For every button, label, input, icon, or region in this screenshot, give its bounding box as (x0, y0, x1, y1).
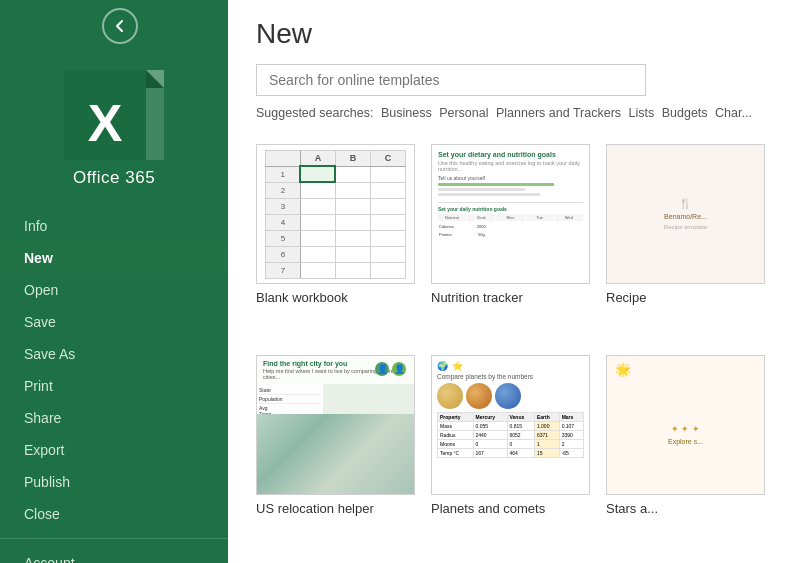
template-label-planets: Planets and comets (431, 501, 590, 518)
search-input[interactable] (256, 64, 646, 96)
template-thumb-planets: 🌍 ⭐ Compare planets by the numbers Prope… (431, 355, 590, 495)
sidebar-item-save[interactable]: Save (0, 306, 228, 338)
templates-grid: A B C 1 2 (228, 130, 793, 563)
search-tag-personal[interactable]: Personal (439, 106, 488, 120)
suggested-label: Suggested searches: (256, 106, 373, 120)
template-label-nutrition: Nutrition tracker (431, 290, 590, 307)
excel-logo: X (64, 70, 164, 160)
back-button[interactable] (102, 8, 138, 44)
search-tag-char[interactable]: Char... (715, 106, 752, 120)
sidebar-item-account[interactable]: Account (0, 547, 228, 563)
sidebar-item-info[interactable]: Info (0, 210, 228, 242)
template-stars[interactable]: 🌟 ✦ ✦ ✦ Explore s... Stars a... (606, 355, 765, 550)
template-nutrition-tracker[interactable]: Set your dietary and nutrition goals Use… (431, 144, 590, 339)
template-thumb-recipe: 🍴 Benamo/Re... Recipe template (606, 144, 765, 284)
nutrition-header-text: Set your dietary and nutrition goals (438, 151, 583, 158)
sidebar-item-new[interactable]: New (0, 242, 228, 274)
template-label-blank: Blank workbook (256, 290, 415, 307)
main-content: New Suggested searches: Business Persona… (228, 0, 793, 563)
template-label-stars: Stars a... (606, 501, 765, 518)
page-title: New (256, 18, 765, 50)
template-us-relocation[interactable]: Find the right city for you Help me find… (256, 355, 415, 550)
search-tag-lists[interactable]: Lists (629, 106, 655, 120)
template-label-relocation: US relocation helper (256, 501, 415, 518)
template-thumb-stars: 🌟 ✦ ✦ ✦ Explore s... (606, 355, 765, 495)
nav-section: Info New Open Save Save As Print Share E… (0, 206, 228, 563)
template-thumb-relocation: Find the right city for you Help me find… (256, 355, 415, 495)
sidebar: X Office 365 Info New Open Save Save As … (0, 0, 228, 563)
nav-divider (0, 538, 228, 539)
template-recipe[interactable]: 🍴 Benamo/Re... Recipe template Recipe (606, 144, 765, 339)
svg-rect-2 (64, 70, 146, 86)
template-planets-comets[interactable]: 🌍 ⭐ Compare planets by the numbers Prope… (431, 355, 590, 550)
template-thumb-blank: A B C 1 2 (256, 144, 415, 284)
app-title: Office 365 (73, 168, 155, 188)
sidebar-item-close[interactable]: Close (0, 498, 228, 530)
sidebar-item-share[interactable]: Share (0, 402, 228, 434)
template-label-recipe: Recipe (606, 290, 765, 307)
sidebar-item-open[interactable]: Open (0, 274, 228, 306)
logo-area: X Office 365 (0, 50, 228, 206)
suggested-searches: Suggested searches: Business Personal Pl… (256, 106, 765, 120)
sidebar-item-publish[interactable]: Publish (0, 466, 228, 498)
template-blank-workbook[interactable]: A B C 1 2 (256, 144, 415, 339)
main-header: New Suggested searches: Business Persona… (228, 0, 793, 130)
sidebar-item-export[interactable]: Export (0, 434, 228, 466)
sidebar-item-print[interactable]: Print (0, 370, 228, 402)
search-tag-business[interactable]: Business (381, 106, 432, 120)
search-tag-budgets[interactable]: Budgets (662, 106, 708, 120)
nav-bottom: Account Feedback Options (0, 547, 228, 563)
template-thumb-nutrition: Set your dietary and nutrition goals Use… (431, 144, 590, 284)
search-tag-planners[interactable]: Planners and Trackers (496, 106, 621, 120)
sidebar-item-save-as[interactable]: Save As (0, 338, 228, 370)
